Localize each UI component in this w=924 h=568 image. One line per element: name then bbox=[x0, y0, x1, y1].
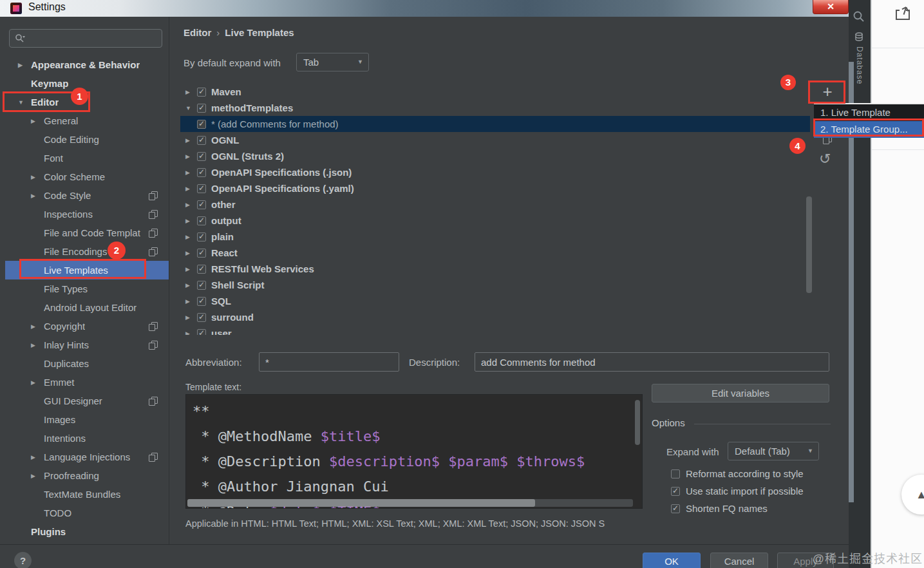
sidebar-item-emmet[interactable]: ▶Emmet bbox=[5, 373, 169, 392]
chevron-right-icon[interactable]: ▶ bbox=[31, 473, 44, 479]
sidebar-item-file-and-code-templat[interactable]: File and Code Templat bbox=[5, 223, 169, 242]
sidebar-item-images[interactable]: Images bbox=[5, 410, 169, 429]
sidebar-item-gui-designer[interactable]: GUI Designer bbox=[5, 392, 169, 410]
sidebar-item-keymap[interactable]: Keymap bbox=[5, 74, 169, 93]
editor-vertical-scrollbar[interactable] bbox=[635, 400, 640, 445]
chevron-right-icon[interactable]: ▶ bbox=[31, 342, 44, 348]
option-shorten-fq-names[interactable]: Shorten FQ names bbox=[671, 500, 838, 517]
edit-variables-button[interactable]: Edit variables bbox=[652, 384, 829, 402]
description-field[interactable] bbox=[475, 352, 829, 372]
checkbox[interactable] bbox=[671, 487, 680, 496]
chevron-right-icon[interactable]: ▶ bbox=[180, 137, 197, 144]
sidebar-item-plugins[interactable]: Plugins bbox=[5, 522, 169, 541]
checkbox[interactable] bbox=[197, 232, 206, 241]
option-use-static-import-if-possible[interactable]: Use static import if possible bbox=[671, 482, 838, 500]
sidebar-item-color-scheme[interactable]: ▶Color Scheme bbox=[5, 167, 169, 186]
template-item-add-comments-for-method[interactable]: * (add Comments for method) bbox=[180, 116, 810, 132]
template-group-sql[interactable]: ▶SQL bbox=[180, 293, 810, 309]
chevron-right-icon[interactable]: ▶ bbox=[180, 185, 197, 192]
checkbox[interactable] bbox=[197, 184, 206, 193]
popup-item-2-template-group[interactable]: 2. Template Group... bbox=[814, 121, 924, 138]
sidebar-item-intentions[interactable]: Intentions bbox=[5, 429, 169, 448]
sidebar-item-textmate-bundles[interactable]: TextMate Bundles bbox=[5, 485, 169, 504]
editor-horizontal-scrollbar[interactable] bbox=[187, 499, 633, 507]
chevron-right-icon[interactable]: ▶ bbox=[180, 89, 197, 95]
checkbox[interactable] bbox=[197, 329, 206, 336]
template-group-methodtemplates[interactable]: ▼methodTemplates bbox=[180, 100, 810, 116]
chevron-right-icon[interactable]: ▶ bbox=[18, 62, 31, 68]
chevron-right-icon[interactable]: ▶ bbox=[31, 118, 44, 124]
chevron-right-icon[interactable]: ▶ bbox=[180, 266, 197, 272]
sidebar-item-font[interactable]: Font bbox=[5, 149, 169, 167]
expand-with-dropdown[interactable]: Default (Tab) ▼ bbox=[728, 442, 819, 460]
close-button[interactable]: ✕ bbox=[813, 0, 849, 14]
chevron-right-icon[interactable]: ▶ bbox=[31, 174, 44, 180]
checkbox[interactable] bbox=[197, 265, 206, 274]
sidebar-item-editor[interactable]: ▼Editor bbox=[5, 93, 169, 111]
sidebar-item-proofreading[interactable]: ▶Proofreading bbox=[5, 466, 169, 485]
template-group-react[interactable]: ▶React bbox=[180, 245, 810, 261]
sidebar-item-appearance-behavior[interactable]: ▶Appearance & Behavior bbox=[5, 55, 169, 74]
checkbox[interactable] bbox=[197, 249, 206, 258]
abbreviation-field[interactable] bbox=[259, 352, 399, 372]
template-group-shell-script[interactable]: ▶Shell Script bbox=[180, 277, 810, 293]
sidebar-item-inspections[interactable]: Inspections bbox=[5, 205, 169, 223]
template-group-ognl[interactable]: ▶OGNL bbox=[180, 132, 810, 148]
sidebar-item-inlay-hints[interactable]: ▶Inlay Hints bbox=[5, 336, 169, 354]
chevron-right-icon[interactable]: ▶ bbox=[180, 153, 197, 160]
dialog-titlebar[interactable]: Settings ✕ bbox=[0, 0, 849, 17]
ok-button[interactable]: OK bbox=[643, 553, 701, 568]
checkbox[interactable] bbox=[197, 120, 206, 129]
sidebar-item-general[interactable]: ▶General bbox=[5, 111, 169, 130]
restore-defaults-icon[interactable]: ↺ bbox=[819, 151, 831, 167]
chevron-right-icon[interactable]: ▶ bbox=[180, 314, 197, 321]
checkbox[interactable] bbox=[197, 136, 206, 145]
template-group-ognl-struts-2[interactable]: ▶OGNL (Struts 2) bbox=[180, 148, 810, 164]
sidebar-item-language-injections[interactable]: ▶Language Injections bbox=[5, 448, 169, 466]
chevron-right-icon[interactable]: ▶ bbox=[180, 330, 197, 336]
template-group-openapi-specifications-json[interactable]: ▶OpenAPI Specifications (.json) bbox=[180, 164, 810, 180]
template-group-restful-web-services[interactable]: ▶RESTful Web Services bbox=[180, 261, 810, 277]
popup-item-1-live-template[interactable]: 1. Live Template bbox=[814, 104, 924, 121]
template-group-output[interactable]: ▶output bbox=[180, 213, 810, 229]
template-group-other[interactable]: ▶other bbox=[180, 196, 810, 213]
checkbox[interactable] bbox=[197, 168, 206, 177]
sidebar-item-code-editing[interactable]: Code Editing bbox=[5, 130, 169, 149]
chevron-right-icon[interactable]: ▶ bbox=[31, 379, 44, 386]
checkbox[interactable] bbox=[197, 88, 206, 97]
chevron-right-icon[interactable]: ▶ bbox=[180, 298, 197, 305]
option-reformat-according-to-style[interactable]: Reformat according to style bbox=[671, 465, 838, 482]
scrollbar-thumb[interactable] bbox=[187, 499, 535, 507]
sidebar-item-file-encodings[interactable]: File Encodings bbox=[5, 242, 169, 261]
sidebar-item-todo[interactable]: TODO bbox=[5, 504, 169, 522]
checkbox[interactable] bbox=[671, 504, 680, 513]
checkbox[interactable] bbox=[197, 152, 206, 161]
checkbox[interactable] bbox=[197, 281, 206, 290]
settings-search-input[interactable] bbox=[9, 29, 162, 48]
chevron-right-icon[interactable]: ▶ bbox=[180, 282, 197, 289]
checkbox[interactable] bbox=[197, 297, 206, 306]
chevron-down-icon[interactable]: ▼ bbox=[18, 99, 31, 106]
template-group-user[interactable]: ▶user bbox=[180, 325, 810, 335]
sidebar-item-live-templates[interactable]: Live Templates bbox=[5, 261, 169, 279]
checkbox[interactable] bbox=[671, 469, 680, 478]
tree-scrollbar[interactable] bbox=[806, 196, 812, 293]
chevron-right-icon[interactable]: ▶ bbox=[31, 454, 44, 460]
template-group-maven[interactable]: ▶Maven bbox=[180, 84, 810, 100]
template-group-openapi-specifications-yaml[interactable]: ▶OpenAPI Specifications (.yaml) bbox=[180, 180, 810, 196]
template-group-plain[interactable]: ▶plain bbox=[180, 229, 810, 245]
checkbox[interactable] bbox=[197, 313, 206, 322]
sidebar-item-code-style[interactable]: ▶Code Style bbox=[5, 186, 169, 205]
breadcrumb-editor[interactable]: Editor bbox=[184, 27, 211, 38]
add-button[interactable]: + bbox=[810, 81, 845, 103]
sidebar-item-file-types[interactable]: File Types bbox=[5, 279, 169, 298]
chevron-right-icon[interactable]: ▶ bbox=[180, 218, 197, 224]
chevron-right-icon[interactable]: ▶ bbox=[180, 234, 197, 240]
template-group-surround[interactable]: ▶surround bbox=[180, 309, 810, 325]
chevron-right-icon[interactable]: ▶ bbox=[31, 323, 44, 330]
help-button[interactable]: ? bbox=[14, 552, 32, 568]
cancel-button[interactable]: Cancel bbox=[710, 553, 768, 568]
chevron-down-icon[interactable]: ▼ bbox=[180, 105, 197, 111]
chevron-right-icon[interactable]: ▶ bbox=[180, 169, 197, 176]
database-tool-button[interactable]: Database bbox=[851, 32, 868, 84]
